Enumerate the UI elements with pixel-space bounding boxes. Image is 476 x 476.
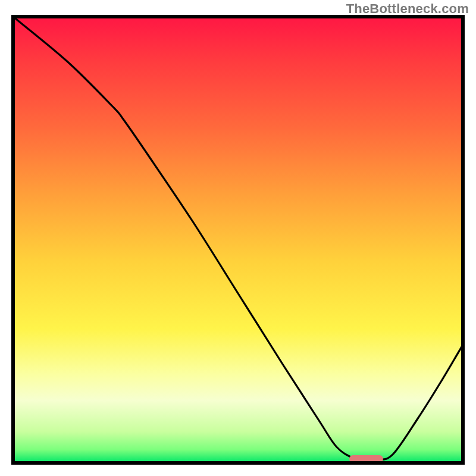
plot-background	[13, 17, 463, 463]
chart-frame: TheBottleneck.com	[0, 0, 476, 476]
bottleneck-chart	[0, 0, 476, 476]
watermark-text: TheBottleneck.com	[346, 1, 469, 17]
